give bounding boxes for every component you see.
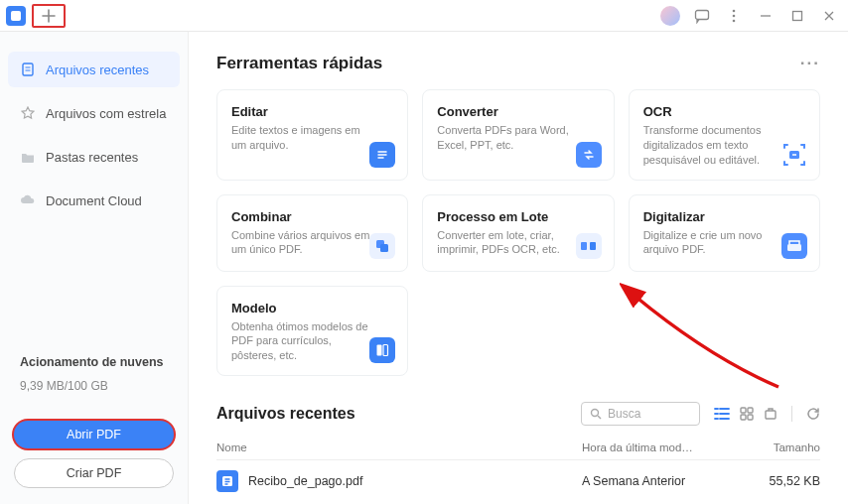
search-input[interactable]: Busca xyxy=(581,402,700,426)
folder-icon xyxy=(20,149,36,165)
tool-convert[interactable]: Converter Converta PDFs para Word, Excel… xyxy=(422,89,614,181)
cloud-usage: 9,39 MB/100 GB xyxy=(20,379,168,393)
tool-ocr[interactable]: OCR Transforme documentos digitalizados … xyxy=(629,89,820,181)
svg-point-1 xyxy=(733,9,736,12)
close-icon[interactable] xyxy=(816,3,842,29)
tool-edit[interactable]: Editar Edite textos e imagens em um arqu… xyxy=(216,89,408,181)
create-pdf-button[interactable]: Criar PDF xyxy=(14,458,174,488)
cloud-section: Acionamento de nuvens 9,39 MB/100 GB xyxy=(8,347,180,421)
table-header: Nome Hora da última mod… Tamanho xyxy=(216,436,820,460)
file-date: A Semana Anterior xyxy=(582,474,751,488)
svg-point-2 xyxy=(733,14,736,17)
file-name: Recibo_de_pago.pdf xyxy=(248,474,582,488)
tool-sub: Converter em lote, criar, imprimir, PDFs… xyxy=(437,228,576,258)
sidebar-item-folders[interactable]: Pastas recentes xyxy=(8,139,180,175)
app-logo xyxy=(6,6,26,26)
tool-title: Modelo xyxy=(231,301,393,315)
combine-icon xyxy=(369,233,395,259)
ocr-icon xyxy=(781,142,807,168)
file-size: 55,52 KB xyxy=(751,474,820,488)
tools-heading: Ferramentas rápidas xyxy=(216,54,382,73)
cloud-icon xyxy=(20,192,36,208)
tool-template[interactable]: Modelo Obtenha ótimos modelos de PDF par… xyxy=(216,286,408,377)
topbar xyxy=(0,0,848,32)
batch-icon xyxy=(576,233,602,259)
new-tab-highlight xyxy=(32,4,66,28)
file-row[interactable]: Recibo_de_pago.pdf A Semana Anterior 55,… xyxy=(216,460,820,502)
svg-rect-18 xyxy=(748,415,753,420)
star-icon xyxy=(20,105,36,121)
sidebar-item-label: Document Cloud xyxy=(46,193,142,208)
sidebar-item-label: Pastas recentes xyxy=(46,150,138,165)
refresh-icon[interactable] xyxy=(806,407,820,421)
tool-title: Digitalizar xyxy=(643,209,805,224)
convert-icon xyxy=(576,142,602,168)
svg-rect-10 xyxy=(590,242,596,250)
svg-rect-17 xyxy=(741,415,746,420)
sidebar-item-label: Arquivos com estrela xyxy=(46,106,166,121)
tool-title: Combinar xyxy=(231,209,393,224)
sidebar: Arquivos recentes Arquivos com estrela P… xyxy=(0,32,189,504)
tool-sub: Converta PDFs para Word, Excel, PPT, etc… xyxy=(437,123,576,153)
svg-rect-9 xyxy=(581,242,587,250)
svg-rect-11 xyxy=(787,244,801,251)
tools-grid: Editar Edite textos e imagens em um arqu… xyxy=(216,89,820,376)
col-size[interactable]: Tamanho xyxy=(751,441,820,453)
svg-rect-4 xyxy=(793,11,802,20)
tool-batch[interactable]: Processo em Lote Converter em lote, cria… xyxy=(422,194,614,272)
tool-title: OCR xyxy=(643,104,805,119)
svg-rect-0 xyxy=(696,10,709,19)
list-view-icon[interactable] xyxy=(714,407,730,421)
pdf-icon xyxy=(216,470,238,492)
tool-sub: Obtenha ótimos modelos de PDF para currí… xyxy=(231,319,370,364)
chat-icon[interactable] xyxy=(689,3,715,29)
maximize-icon[interactable] xyxy=(784,3,810,29)
main-panel: Ferramentas rápidas ··· Editar Edite tex… xyxy=(189,32,848,504)
tool-sub: Combine vários arquivos em um único PDF. xyxy=(231,228,370,258)
minimize-icon[interactable] xyxy=(753,3,778,29)
sidebar-item-label: Arquivos recentes xyxy=(46,63,149,77)
svg-rect-19 xyxy=(766,411,776,419)
more-icon[interactable] xyxy=(721,3,747,29)
avatar[interactable] xyxy=(657,3,683,29)
grid-view-icon[interactable] xyxy=(740,407,754,421)
tools-more-icon[interactable]: ··· xyxy=(800,54,820,73)
sidebar-item-starred[interactable]: Arquivos com estrela xyxy=(8,95,180,131)
tool-title: Editar xyxy=(231,104,393,119)
col-date[interactable]: Hora da última mod… xyxy=(582,441,751,453)
plus-icon[interactable] xyxy=(42,9,56,23)
sidebar-item-recent[interactable]: Arquivos recentes xyxy=(8,52,180,87)
col-name[interactable]: Nome xyxy=(216,441,582,453)
scan-icon xyxy=(781,233,807,259)
svg-rect-5 xyxy=(23,63,33,75)
search-icon xyxy=(590,408,602,420)
tool-combine[interactable]: Combinar Combine vários arquivos em um ú… xyxy=(216,194,408,272)
tool-sub: Edite textos e imagens em um arquivo. xyxy=(231,123,370,153)
svg-rect-8 xyxy=(380,244,388,252)
sidebar-item-cloud[interactable]: Document Cloud xyxy=(8,183,180,218)
edit-icon xyxy=(369,142,395,168)
file-icon xyxy=(20,62,36,77)
svg-rect-12 xyxy=(377,345,382,356)
pin-icon[interactable] xyxy=(764,407,777,421)
cloud-title: Acionamento de nuvens xyxy=(20,355,168,369)
template-icon xyxy=(369,337,395,363)
svg-rect-13 xyxy=(383,345,388,356)
tool-title: Converter xyxy=(437,104,599,119)
recent-heading: Arquivos recentes xyxy=(216,405,355,423)
svg-rect-15 xyxy=(741,408,746,413)
svg-rect-16 xyxy=(748,408,753,413)
search-placeholder: Busca xyxy=(608,407,640,421)
tool-sub: Transforme documentos digitalizados em t… xyxy=(643,123,782,168)
tool-title: Processo em Lote xyxy=(437,209,599,224)
svg-point-14 xyxy=(592,410,599,417)
svg-point-3 xyxy=(733,19,736,22)
open-pdf-button[interactable]: Abrir PDF xyxy=(14,421,174,448)
tool-sub: Digitalize e crie um novo arquivo PDF. xyxy=(643,228,782,258)
tool-scan[interactable]: Digitalizar Digitalize e crie um novo ar… xyxy=(629,194,820,272)
